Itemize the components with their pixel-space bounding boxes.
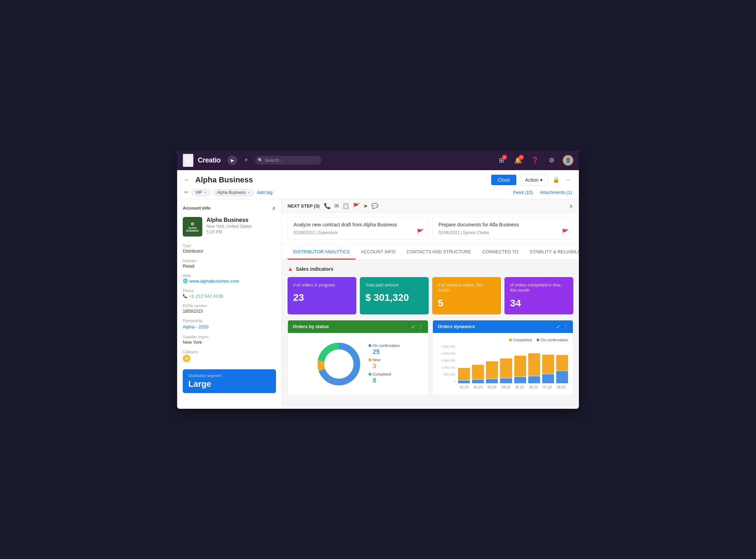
svg-point-3: [324, 349, 354, 379]
kpi-overdue: # of overdue orders, this month 5: [432, 277, 501, 314]
type-label: Type: [183, 244, 276, 248]
meeting-action-icon[interactable]: 📋: [342, 203, 349, 209]
apps-badge: •: [502, 155, 507, 160]
task-2-meta: 02/06/2022 | Symon Clarke: [438, 230, 567, 235]
bar-group-7: [542, 355, 554, 383]
email-action-icon[interactable]: ✉: [334, 203, 339, 209]
bar-group-6: [528, 353, 540, 383]
chart-menu-button[interactable]: ⋮: [418, 324, 423, 329]
task-card-2[interactable]: Prepare documents for Alfa Business 02/0…: [432, 217, 573, 240]
dynamics-menu-button[interactable]: ⋮: [563, 324, 568, 329]
next-step-collapse-button[interactable]: ∧: [569, 203, 573, 209]
notifications-badge: •: [519, 155, 524, 160]
task-1-meta: 02/06/2022 | Supervisor: [293, 230, 422, 235]
action-button[interactable]: Action ▾: [520, 174, 548, 186]
phone-link[interactable]: +1 212 542 4236: [183, 293, 276, 299]
task-1-flag-icon[interactable]: 🚩: [417, 228, 424, 235]
tab-stability-reliability[interactable]: STABILITY & RELIABILITY: [524, 245, 579, 260]
kpi-total-paid: Total paid amount $ 301,320: [360, 277, 429, 314]
category-badge: A: [183, 355, 190, 362]
bar-group-2: [472, 365, 484, 383]
help-button[interactable]: ❓: [529, 155, 540, 166]
bar-group-1: [458, 368, 470, 383]
sidebar-collapse-button[interactable]: ∧: [272, 205, 276, 211]
supplier-region-value: New York: [183, 340, 276, 345]
tag-alpha-remove[interactable]: ×: [248, 190, 250, 195]
partnership-label: Partnership: [183, 319, 276, 323]
close-button[interactable]: Close: [491, 175, 516, 185]
duns-value: 18591515: [183, 308, 276, 314]
notifications-button[interactable]: 🔔 •: [513, 155, 524, 166]
back-button[interactable]: ←: [184, 177, 190, 183]
section-title: Sales indicators: [296, 266, 333, 272]
kpi-completed-value: 34: [510, 298, 568, 309]
company-location: New York, United States: [206, 224, 252, 229]
segment-label: Distributor segment: [188, 373, 270, 378]
add-tag-button[interactable]: Add tag: [257, 190, 272, 195]
type-value: Distributor: [183, 248, 276, 254]
next-step-title: NEXT STEP (3): [288, 203, 320, 209]
dynamics-legend-confirm: On confirmation: [537, 338, 568, 342]
segment-value: Large: [188, 379, 270, 389]
page-title: Alpha Business: [195, 175, 253, 184]
bar-group-8: [556, 355, 568, 383]
lock-button[interactable]: 🔒: [551, 175, 561, 184]
distributor-segment-card: Distributor segment Large: [183, 369, 276, 393]
orders-status-title: Orders by status: [293, 324, 329, 329]
play-button[interactable]: ▶: [227, 155, 237, 165]
action-chevron-icon: ▾: [540, 177, 543, 183]
attachments-link[interactable]: Attachments (1): [540, 190, 572, 195]
dynamics-expand-button[interactable]: ⤢: [556, 324, 560, 329]
phone-action-icon[interactable]: 📞: [324, 203, 331, 209]
tag-vip[interactable]: VIP ×: [191, 189, 210, 196]
bar-label-5: 05.23: [513, 385, 527, 389]
partnership-link[interactable]: Alpha - 2020: [183, 324, 209, 329]
chart-expand-button[interactable]: ⤢: [411, 324, 415, 329]
web-label: Web: [183, 274, 276, 278]
kpi-overdue-label: # of overdue orders, this month: [438, 283, 495, 293]
category-label: Category: [183, 350, 276, 354]
orders-dynamics-title: Orders dynamics: [438, 324, 475, 329]
grid-apps-button[interactable]: ⊞ •: [496, 155, 507, 166]
tab-contacts-structure[interactable]: CONTACTS AND STRUCTURE: [401, 245, 477, 260]
task-2-flag-icon[interactable]: 🚩: [562, 228, 569, 235]
kpi-orders-value: 23: [293, 292, 351, 303]
feed-link[interactable]: Feed (15): [513, 190, 533, 195]
kpi-overdue-value: 5: [438, 298, 495, 309]
orders-dynamics-chart: Orders dynamics ⤢ ⋮ Completed: [432, 320, 573, 395]
bar-label-7: 07.23: [540, 385, 554, 389]
company-logo: α ALPHABUSINESS: [183, 217, 202, 237]
company-time: 5:20 PM: [206, 230, 252, 234]
chat-action-icon[interactable]: 💬: [371, 203, 378, 209]
search-input[interactable]: [255, 156, 321, 165]
task-2-title: Prepare documents for Alfa Business: [438, 222, 567, 227]
legend-on-confirm: On confirmation 25: [369, 343, 400, 356]
app-logo: Creatio: [198, 156, 220, 164]
gear-icon: ⚙: [549, 157, 554, 164]
tab-connected-to[interactable]: CONNECTED TO: [477, 245, 524, 260]
task-card-1[interactable]: Analyze new contract draft from Alpha Bu…: [288, 217, 428, 240]
send-action-icon[interactable]: ➤: [363, 203, 368, 209]
tab-distributor-analytics[interactable]: DISTRIBUTOR ANALYTICS: [288, 245, 355, 260]
settings-button[interactable]: ⚙: [546, 155, 557, 166]
tag-icon: ✏: [184, 189, 189, 196]
dynamics-legend-completed: Completed: [509, 338, 532, 342]
flag-action-icon[interactable]: 🚩: [353, 203, 360, 209]
kpi-orders-in-progress: # of orders in progress 23: [288, 277, 356, 314]
grid-menu-icon[interactable]: ⊞: [183, 154, 194, 167]
tag-alpha-business[interactable]: Alpha Business ×: [213, 189, 254, 196]
legend-completed: Completed 8: [369, 372, 400, 384]
kpi-paid-label: Total paid amount: [365, 283, 423, 288]
user-avatar[interactable]: 👤: [563, 155, 573, 166]
bar-label-6: 06.23: [526, 385, 540, 389]
bar-label-3: 03.23: [485, 385, 499, 389]
kpi-completed: of orders completed in time, this month …: [504, 277, 573, 314]
tag-vip-remove[interactable]: ×: [204, 190, 206, 195]
industry-value: Retail: [183, 263, 276, 269]
tab-account-info[interactable]: ACCOUNT INFO: [355, 245, 401, 260]
more-options-button[interactable]: ···: [565, 175, 572, 184]
task-1-title: Analyze new contract draft from Alpha Bu…: [293, 222, 422, 227]
lock-icon: 🔒: [553, 177, 560, 183]
add-tab-button[interactable]: +: [241, 155, 251, 165]
web-link[interactable]: www.alphabussines.com: [183, 278, 276, 284]
